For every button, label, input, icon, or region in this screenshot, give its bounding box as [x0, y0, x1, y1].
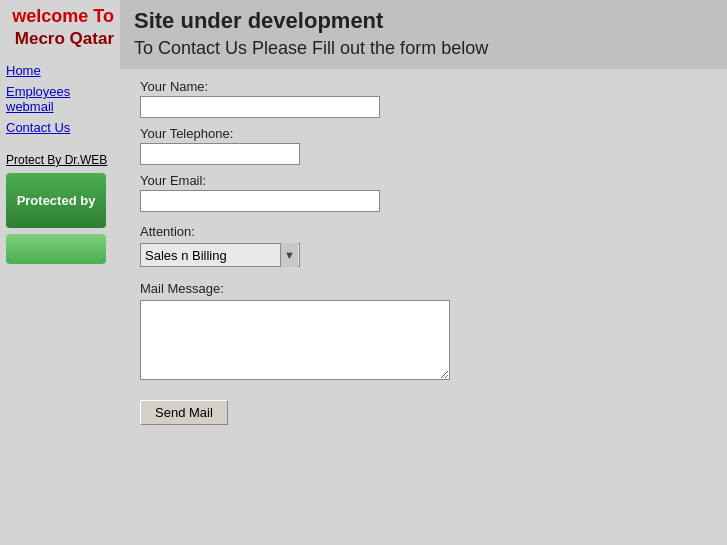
sidebar: welcome To Mecro Qatar Home Employees we…: [0, 0, 120, 545]
telephone-row: Your Telephone:: [140, 126, 707, 165]
sidebar-welcome-line2: Mecro Qatar: [6, 29, 114, 49]
sidebar-nav-contact-us[interactable]: Contact Us: [6, 120, 114, 135]
attention-select[interactable]: Sales n Billing Support General: [140, 243, 300, 267]
name-row: Your Name:: [140, 79, 707, 118]
email-input[interactable]: [140, 190, 380, 212]
attention-row: Attention: Sales n Billing Support Gener…: [140, 224, 707, 267]
sidebar-nav: Home Employees webmail Contact Us: [6, 63, 114, 135]
telephone-input[interactable]: [140, 143, 300, 165]
protect-by-label[interactable]: Protect By Dr.WEB: [6, 153, 114, 167]
send-mail-button[interactable]: Send Mail: [140, 400, 228, 425]
header-title: Site under development: [134, 8, 713, 34]
drweb-badge-2: [6, 234, 106, 264]
drweb-badge-1: Protected by: [6, 173, 106, 228]
attention-select-wrapper: Sales n Billing Support General ▼: [140, 243, 300, 267]
sidebar-nav-home[interactable]: Home: [6, 63, 114, 78]
main-content: Site under development To Contact Us Ple…: [120, 0, 727, 545]
page-header: Site under development To Contact Us Ple…: [120, 0, 727, 69]
name-input[interactable]: [140, 96, 380, 118]
contact-form-area: Your Name: Your Telephone: Your Email: A…: [120, 69, 727, 445]
telephone-label: Your Telephone:: [140, 126, 707, 141]
name-label: Your Name:: [140, 79, 707, 94]
email-row: Your Email:: [140, 173, 707, 212]
email-label: Your Email:: [140, 173, 707, 188]
drweb-badge-text: Protected by: [17, 193, 96, 208]
header-subtitle: To Contact Us Please Fill out the form b…: [134, 38, 713, 59]
mail-message-textarea[interactable]: [140, 300, 450, 380]
sidebar-nav-employees-webmail[interactable]: Employees webmail: [6, 84, 114, 114]
attention-label: Attention:: [140, 224, 707, 239]
sidebar-welcome-line1: welcome To: [6, 6, 114, 27]
mail-message-row: Mail Message:: [140, 281, 707, 380]
mail-message-label: Mail Message:: [140, 281, 707, 296]
